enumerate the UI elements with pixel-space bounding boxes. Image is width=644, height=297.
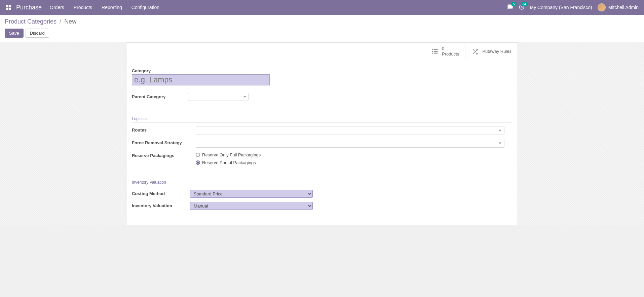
stat-products-count: 0 xyxy=(442,46,459,51)
reserve-partial-radio[interactable]: Reserve Partial Packagings xyxy=(196,160,512,165)
svg-rect-6 xyxy=(432,51,433,52)
valuation-select[interactable]: Manual xyxy=(190,202,313,210)
nav-products[interactable]: Products xyxy=(74,5,92,10)
list-icon xyxy=(431,48,439,55)
routes-label: Routes xyxy=(132,126,191,133)
breadcrumb: Product Categories / New xyxy=(5,18,639,25)
svg-rect-3 xyxy=(9,8,11,10)
category-input[interactable] xyxy=(132,74,270,85)
app-name[interactable]: Purchase xyxy=(16,4,42,11)
category-label: Category xyxy=(132,68,512,73)
removal-input[interactable] xyxy=(196,139,504,148)
company-switcher[interactable]: My Company (San Francisco) xyxy=(530,5,592,10)
svg-rect-7 xyxy=(434,51,438,52)
navbar: Purchase Orders Products Reporting Confi… xyxy=(0,0,644,15)
section-valuation: Inventory Valuation xyxy=(132,180,512,186)
user-name: Mitchell Admin xyxy=(608,5,639,10)
reserve-label: Reserve Packagings xyxy=(132,152,191,158)
chevron-down-icon xyxy=(499,143,501,144)
svg-rect-5 xyxy=(434,49,438,50)
messaging-button[interactable]: 5 xyxy=(507,4,513,11)
stat-row: 0 Products Putaway Rules xyxy=(126,43,518,60)
shuffle-icon xyxy=(471,48,479,55)
breadcrumb-current: New xyxy=(64,18,76,25)
section-logistics: Logistics xyxy=(132,116,512,123)
control-panel: Product Categories / New Save Discard xyxy=(0,15,644,42)
valuation-label: Inventory Valuation xyxy=(132,202,186,208)
radio-icon xyxy=(196,160,200,165)
parent-category-label: Parent Category xyxy=(132,93,185,103)
radio-icon xyxy=(196,153,200,157)
main: 0 Products Putaway Rules Category Parent… xyxy=(0,42,644,225)
activities-badge: 34 xyxy=(521,2,528,6)
reserve-full-radio[interactable]: Reserve Only Full Packagings xyxy=(196,152,512,157)
reserve-radio-group: Reserve Only Full Packagings Reserve Par… xyxy=(196,152,512,165)
stat-putaway[interactable]: Putaway Rules xyxy=(465,43,518,60)
stat-products-label: Products xyxy=(442,51,459,57)
apps-icon[interactable] xyxy=(5,4,11,10)
svg-rect-4 xyxy=(432,49,433,50)
reserve-full-label: Reserve Only Full Packagings xyxy=(202,152,261,157)
form-sheet: 0 Products Putaway Rules Category Parent… xyxy=(126,42,518,225)
chevron-down-icon xyxy=(499,130,501,132)
form-body: Category Parent Category Logistics Route… xyxy=(126,60,518,225)
nav-orders[interactable]: Orders xyxy=(50,5,64,10)
reserve-partial-label: Reserve Partial Packagings xyxy=(202,160,256,165)
parent-category-input[interactable] xyxy=(188,93,249,101)
nav-configuration[interactable]: Configuration xyxy=(131,5,159,10)
svg-rect-8 xyxy=(432,52,433,53)
svg-rect-1 xyxy=(9,5,11,7)
messages-badge: 5 xyxy=(511,2,517,6)
svg-rect-0 xyxy=(6,5,8,7)
breadcrumb-sep: / xyxy=(60,18,61,25)
svg-rect-2 xyxy=(6,8,8,10)
routes-input[interactable] xyxy=(196,126,504,135)
costing-label: Costing Method xyxy=(132,190,186,196)
save-button[interactable]: Save xyxy=(5,29,24,38)
discard-button[interactable]: Discard xyxy=(26,29,49,38)
activities-button[interactable]: 34 xyxy=(519,4,525,11)
stat-products[interactable]: 0 Products xyxy=(425,43,465,60)
breadcrumb-parent[interactable]: Product Categories xyxy=(5,18,56,25)
svg-rect-9 xyxy=(434,52,438,53)
costing-select[interactable]: Standard Price xyxy=(190,190,313,198)
stat-putaway-label: Putaway Rules xyxy=(482,49,512,54)
chevron-down-icon xyxy=(243,96,246,98)
avatar xyxy=(598,3,606,11)
user-menu[interactable]: Mitchell Admin xyxy=(598,3,639,11)
nav-reporting[interactable]: Reporting xyxy=(102,5,122,10)
removal-label: Force Removal Strategy xyxy=(132,139,191,145)
nav-menu: Orders Products Reporting Configuration xyxy=(50,5,159,10)
